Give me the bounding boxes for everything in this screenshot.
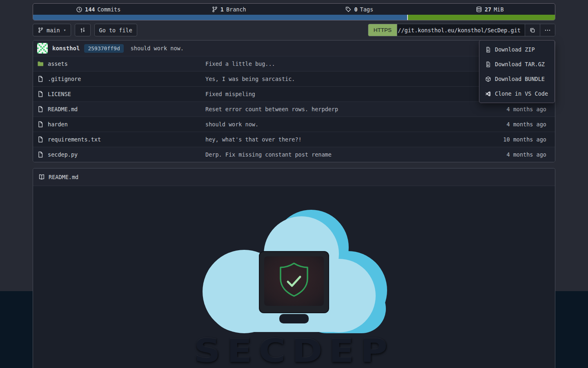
repo-stats-bar: 144 Commits 1 Branch 0 Tags 27 MiB: [33, 3, 555, 20]
repo-size-label: MiB: [494, 6, 503, 13]
language-segment-secondary[interactable]: [407, 15, 555, 20]
file-link[interactable]: secdep.py: [37, 151, 205, 158]
readme-content: SECDEP: [33, 186, 555, 368]
file-icon: [37, 151, 44, 158]
tags-stat[interactable]: 0 Tags: [294, 6, 425, 13]
table-row: requirements.txt hey, what's that over t…: [33, 132, 555, 147]
download-bundle-item[interactable]: Download BUNDLE: [479, 72, 555, 86]
commit-message-link[interactable]: should work now.: [131, 45, 184, 52]
file-commit-message[interactable]: Fixed a little bug...: [205, 61, 469, 67]
commit-author-link[interactable]: konsthol: [52, 45, 80, 52]
avatar[interactable]: [37, 43, 48, 54]
https-protocol-button[interactable]: HTTPS: [368, 24, 397, 36]
file-link[interactable]: assets: [37, 61, 205, 67]
readme-header: README.md: [33, 168, 555, 186]
file-link[interactable]: LICENSE: [37, 91, 205, 97]
go-to-file-button[interactable]: Go to file: [94, 24, 137, 36]
table-row: .gitignore Yes, I was being sarcastic.: [33, 71, 555, 86]
table-row: secdep.py Derp. Fix missing constant pos…: [33, 147, 555, 162]
file-commit-message[interactable]: Yes, I was being sarcastic.: [205, 76, 469, 82]
kebab-horizontal-icon: [544, 27, 551, 34]
clone-url-input[interactable]: https://git.konsthol.eu/konsthol/SecDep.…: [397, 24, 525, 36]
git-compare-icon: [80, 27, 86, 33]
repo-page: 144 Commits 1 Branch 0 Tags 27 MiB: [33, 3, 555, 368]
repo-size-stat[interactable]: 27 MiB: [425, 6, 555, 13]
file-icon: [37, 121, 44, 128]
file-name: .gitignore: [48, 76, 81, 82]
repo-stats-row: 144 Commits 1 Branch 0 Tags 27 MiB: [33, 4, 555, 15]
file-commit-message[interactable]: Derp. Fix missing constant post rename: [205, 151, 469, 158]
readme-title: README.md: [49, 174, 78, 180]
commits-count: 144: [85, 6, 95, 13]
language-segment-primary[interactable]: [33, 15, 407, 20]
table-row: assets Fixed a little bug...: [33, 56, 555, 71]
file-commit-message[interactable]: Reset error count between rows. herpderp: [205, 106, 469, 112]
branch-name: main: [47, 27, 60, 34]
file-link[interactable]: README.md: [37, 106, 205, 112]
branches-count: 1: [220, 6, 224, 13]
tag-icon: [345, 6, 352, 13]
file-commit-age: 10 months ago: [469, 136, 546, 143]
commits-stat[interactable]: 144 Commits: [33, 6, 164, 13]
download-targz-item[interactable]: Download TAR.GZ: [479, 57, 555, 72]
download-targz-label: Download TAR.GZ: [495, 61, 545, 67]
more-operations-button[interactable]: [540, 24, 555, 36]
zip-file-icon: [485, 47, 491, 53]
book-icon: [38, 174, 45, 180]
https-label: HTTPS: [374, 27, 392, 33]
file-name: harden: [48, 121, 68, 128]
secdep-logo-text: SECDEP: [194, 335, 394, 367]
file-name: README.md: [48, 106, 78, 112]
file-name: requirements.txt: [48, 136, 101, 143]
tags-label: Tags: [360, 6, 374, 13]
commits-label: Commits: [97, 6, 120, 13]
file-name: assets: [48, 61, 68, 67]
file-link[interactable]: .gitignore: [37, 76, 205, 82]
branches-stat[interactable]: 1 Branch: [164, 6, 294, 13]
file-icon: [37, 136, 44, 143]
vscode-icon: [485, 91, 491, 97]
table-row: README.md Reset error count between rows…: [33, 101, 555, 117]
file-link[interactable]: requirements.txt: [37, 136, 205, 143]
readme-panel: README.md: [33, 168, 555, 368]
package-icon: [485, 76, 491, 82]
zip-file-icon: [485, 61, 491, 67]
table-row: LICENSE Fixed mispeling: [33, 86, 555, 101]
identicon-image: [37, 43, 48, 54]
clone-vscode-label: Clone in VS Code: [495, 90, 548, 97]
file-commit-message[interactable]: should work now.: [205, 121, 469, 128]
tags-count: 0: [354, 6, 357, 13]
file-commit-age: 4 months ago: [469, 151, 546, 158]
branch-selector-button[interactable]: main ▾: [33, 24, 71, 36]
file-list-panel: konsthol 259370ff9d should work now. ass…: [33, 40, 555, 162]
clone-url-value: https://git.konsthol.eu/konsthol/SecDep.…: [397, 27, 521, 34]
git-branch-icon: [38, 27, 44, 33]
repo-toolbar: main ▾ Go to file HTTPS https://git.kons…: [33, 24, 555, 36]
file-commit-message[interactable]: hey, what's that over there?!: [205, 136, 469, 143]
copy-icon: [529, 27, 536, 34]
clone-vscode-item[interactable]: Clone in VS Code: [479, 86, 555, 101]
file-commit-age: 4 months ago: [469, 106, 546, 112]
database-icon: [476, 6, 482, 13]
git-branch-icon: [212, 6, 218, 13]
download-zip-item[interactable]: Download ZIP: [479, 42, 555, 57]
cloud-logo-image: [200, 206, 388, 336]
go-to-file-label: Go to file: [99, 27, 132, 34]
history-clock-icon: [76, 6, 82, 13]
download-bundle-label: Download BUNDLE: [495, 76, 545, 82]
secdep-cloud-logo: [200, 206, 388, 336]
file-commit-age: 4 months ago: [469, 121, 546, 128]
file-link[interactable]: harden: [37, 121, 205, 128]
download-zip-label: Download ZIP: [495, 46, 535, 53]
file-name: LICENSE: [48, 91, 71, 97]
clone-options-dropdown: Download ZIP Download TAR.GZ Download BU…: [479, 40, 555, 103]
copy-url-button[interactable]: [525, 24, 540, 36]
latest-commit-row: konsthol 259370ff9d should work now.: [33, 40, 555, 56]
file-icon: [37, 76, 44, 82]
commit-hash-badge[interactable]: 259370ff9d: [84, 44, 123, 53]
compare-branches-button[interactable]: [75, 24, 91, 36]
branches-label: Branch: [226, 6, 246, 13]
file-commit-message[interactable]: Fixed mispeling: [205, 91, 469, 97]
language-statistics-bar[interactable]: [33, 15, 555, 20]
table-row: harden should work now. 4 months ago: [33, 117, 555, 132]
